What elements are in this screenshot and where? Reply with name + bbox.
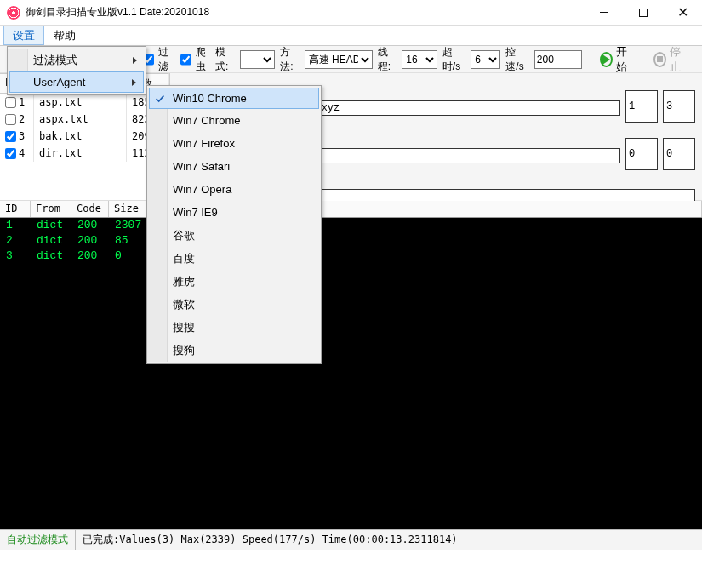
start-label: 开始 — [616, 44, 634, 75]
mode-select[interactable] — [240, 50, 276, 69]
menu-help[interactable]: 帮助 — [44, 26, 85, 45]
stop-icon — [653, 52, 666, 67]
speed-method-select[interactable]: 高速 HEAD — [305, 50, 373, 69]
app-icon — [7, 6, 20, 20]
results-row[interactable]: 3dict2000.php — [1, 249, 701, 265]
menu-filter-mode[interactable]: 过滤模式 — [9, 49, 144, 71]
fuzz-min-input[interactable] — [625, 90, 658, 123]
ua-option[interactable]: 搜狗 — [149, 339, 319, 362]
dict-row-id: 2 — [19, 113, 25, 125]
method-label: 方法: — [280, 45, 300, 74]
ratelimit-input[interactable] — [534, 50, 582, 69]
dict-row-id: 3 — [19, 130, 25, 142]
ratelimit-label: 控速/s — [505, 45, 529, 74]
timeout-select[interactable]: 6 — [471, 50, 500, 69]
menu-user-agent-label: UserAgent — [33, 76, 85, 88]
dict-row-id: 4 — [19, 147, 25, 159]
crawler-label: 爬虫 — [196, 45, 210, 74]
result-code: 200 — [72, 234, 110, 249]
ua-option[interactable]: 谷歌 — [149, 224, 319, 247]
crawler-checkbox[interactable]: 爬虫 — [177, 45, 210, 74]
results-col-code[interactable]: Code — [71, 201, 109, 217]
status-bar: 自动过滤模式 已完成:Values(3) Max(2339) Speed(177… — [0, 529, 702, 550]
dict-row-name: dir.txt — [34, 145, 127, 162]
dict-row-id: 1 — [19, 96, 25, 108]
dictionary-row[interactable]: 4dir.txt1124 — [0, 145, 169, 162]
results-row[interactable]: 2dict20085.txt — [1, 234, 701, 249]
threads-select[interactable]: 16 — [402, 50, 437, 69]
results-header: ID From Code Size — [0, 201, 702, 218]
dict-row-checkbox[interactable] — [5, 148, 16, 159]
dict-row-name: asp.txt — [34, 94, 127, 111]
result-from: dict — [31, 249, 72, 265]
threads-label: 线程: — [378, 45, 397, 74]
dictionary-list[interactable]: 1asp.txt18542aspx.txt8233bak.txt2094dir.… — [0, 94, 169, 200]
results-row[interactable]: 1dict2002307.html — [1, 219, 701, 234]
maximize-icon — [639, 9, 648, 17]
ua-option[interactable]: Win7 IE9 — [149, 201, 319, 224]
results-col-from[interactable]: From — [31, 201, 71, 217]
ua-option-label: 微软 — [173, 297, 195, 312]
chevron-right-icon — [132, 79, 136, 86]
ua-option-label: 搜搜 — [173, 320, 195, 335]
ua-option-label: 雅虎 — [173, 274, 195, 289]
ua-option[interactable]: 雅虎 — [149, 270, 319, 293]
result-from: dict — [31, 234, 72, 249]
dict-row-checkbox[interactable] — [5, 131, 16, 142]
status-filter-mode: 自动过滤模式 — [0, 530, 76, 550]
ua-option-label: 搜狗 — [173, 343, 195, 358]
ua-option[interactable]: Win7 Safari — [149, 155, 319, 178]
ua-option[interactable]: 微软 — [149, 293, 319, 316]
ua-option-label: Win7 Firefox — [173, 137, 235, 150]
ignore-b-input[interactable] — [663, 138, 695, 170]
filter-label: 过滤 — [158, 45, 173, 74]
ua-option[interactable]: Win10 Chrome — [149, 88, 319, 109]
ignore-a-input[interactable] — [625, 138, 658, 170]
result-code: 200 — [72, 249, 110, 265]
settings-submenu: 过滤模式 UserAgent — [7, 46, 146, 95]
dict-row-name: aspx.txt — [34, 111, 127, 128]
results-panel: ID From Code Size 1dict2002307.html2dict… — [0, 201, 702, 529]
mode-label: 模式: — [215, 45, 235, 74]
maximize-button[interactable] — [624, 0, 663, 26]
menu-settings[interactable]: 设置 — [3, 26, 44, 45]
result-code: 200 — [72, 219, 110, 234]
ua-option[interactable]: 搜搜 — [149, 316, 319, 339]
check-icon — [154, 93, 166, 105]
menu-bar: 设置 帮助 — [0, 26, 702, 46]
ua-option-label: 百度 — [173, 251, 195, 266]
ua-option[interactable]: Win7 Chrome — [149, 109, 319, 132]
ua-option-label: Win10 Chrome — [173, 92, 247, 105]
ua-option[interactable]: Win7 Firefox — [149, 132, 319, 155]
stop-button[interactable]: 停止 — [646, 49, 695, 71]
dict-row-checkbox[interactable] — [5, 114, 16, 125]
ua-option-label: Win7 Opera — [173, 183, 231, 196]
user-agent-submenu: Win10 ChromeWin7 ChromeWin7 FirefoxWin7 … — [146, 85, 322, 364]
dictionary-row[interactable]: 1asp.txt1854 — [0, 94, 169, 111]
close-icon: ✕ — [677, 6, 688, 20]
timeout-label: 超时/s — [442, 45, 466, 74]
dict-row-name: bak.txt — [34, 128, 127, 145]
result-id: 3 — [1, 249, 31, 265]
results-col-id[interactable]: ID — [0, 201, 31, 217]
fuzz-max-input[interactable] — [663, 90, 695, 123]
dict-row-checkbox[interactable] — [5, 97, 16, 108]
menu-user-agent[interactable]: UserAgent — [9, 71, 144, 93]
dictionary-row[interactable]: 3bak.txt209 — [0, 128, 169, 145]
chevron-right-icon — [133, 57, 137, 64]
ua-option-label: 谷歌 — [173, 228, 195, 243]
menu-filter-mode-label: 过滤模式 — [33, 53, 77, 68]
stop-label: 停止 — [670, 44, 688, 75]
results-list[interactable]: 1dict2002307.html2dict20085.txt3dict2000… — [0, 218, 702, 529]
window-title: 御剑目录扫描专业版v1.1 Date:20201018 — [26, 5, 585, 20]
ua-option-label: Win7 Chrome — [173, 114, 240, 127]
play-icon — [600, 52, 613, 67]
ua-option[interactable]: 百度 — [149, 247, 319, 270]
start-button[interactable]: 开始 — [592, 49, 642, 71]
result-from: dict — [31, 219, 72, 234]
close-button[interactable]: ✕ — [663, 0, 702, 26]
minimize-icon — [600, 12, 608, 13]
dictionary-row[interactable]: 2aspx.txt823 — [0, 111, 169, 128]
minimize-button[interactable] — [585, 0, 624, 26]
ua-option[interactable]: Win7 Opera — [149, 178, 319, 201]
